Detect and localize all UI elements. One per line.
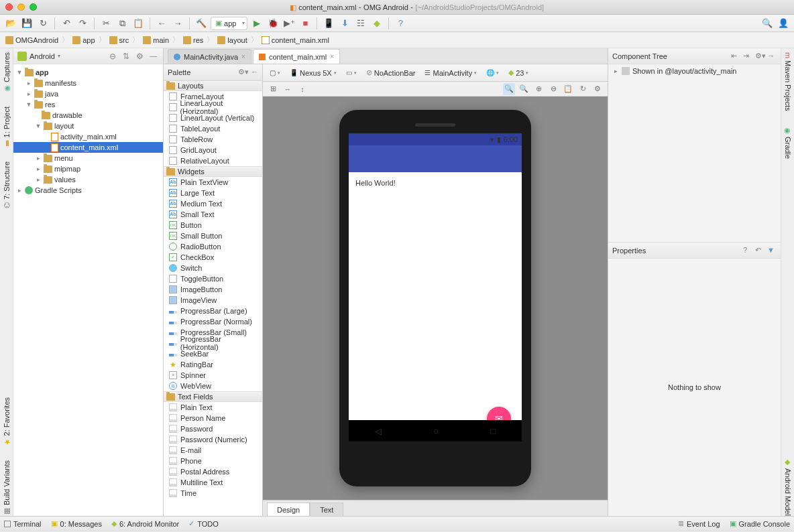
palette-item[interactable]: ImageView [164,295,262,306]
palette-item[interactable]: ✓CheckBox [164,252,262,263]
zoom-out-icon[interactable]: ⊖ [547,83,559,95]
settings-icon[interactable]: ⇅ [123,52,132,61]
user-icon[interactable]: 👤 [777,17,790,30]
build-icon[interactable]: 🔨 [194,17,208,30]
palette-cat-textfields[interactable]: Text Fields [164,391,262,402]
bc-item[interactable]: res [183,36,203,44]
palette-item[interactable]: ◍WebView [164,381,262,391]
minimize-window-button[interactable] [17,3,25,11]
hide-icon[interactable]: ← [251,68,258,76]
android-monitor-button[interactable]: ◆6: Android Monitor [111,519,179,528]
zoom-window-button[interactable] [30,3,37,11]
rail-build-variants[interactable]: ▦Build Variants [2,460,11,516]
android-icon[interactable]: ◆ [370,17,384,30]
zoom-actual-icon[interactable]: 🔍 [518,83,530,95]
debug-icon[interactable]: 🐞 [266,17,280,30]
bc-item[interactable]: app [72,36,95,44]
rail-captures[interactable]: ◉Captures [2,52,11,93]
bc-item[interactable]: content_main.xml [262,36,329,44]
palette-item[interactable]: OKSmall Button [164,230,262,241]
event-log-button[interactable]: ≣Event Log [678,519,720,528]
bc-item[interactable]: src [109,36,129,44]
palette-item[interactable]: ToggleButton [164,273,262,284]
terminal-button[interactable]: Terminal [4,520,42,528]
blueprint-icon[interactable]: ⊞ [267,83,279,95]
palette-item[interactable]: AbMedium Text [164,198,262,209]
tree-drawable[interactable]: drawable [52,111,82,119]
undo-icon[interactable]: ↶ [60,17,73,30]
rail-structure[interactable]: ⌬7: Structure [2,161,11,208]
filter-icon[interactable]: ▼ [767,246,777,255]
tab-design[interactable]: Design [267,503,310,516]
search-icon[interactable]: 🔍 [760,17,774,30]
palette-item[interactable]: ≡Spinner [164,370,262,381]
tree-content-main[interactable]: content_main.xml [60,143,118,151]
messages-button[interactable]: ▣0: Messages [51,519,102,528]
palette-item[interactable]: TableLayout [164,123,262,134]
activity-dropdown[interactable]: ☰ MainActivity▾ [422,67,479,79]
palette-item[interactable]: TableRow [164,134,262,145]
component-tree-body[interactable]: ▸ Shown in @layout/activity_main [608,64,781,243]
tree-menu[interactable]: menu [54,154,73,162]
palette-item[interactable]: Person Name [164,413,262,423]
hide-icon[interactable]: → [767,52,777,61]
palette-item[interactable]: ProgressBar (Normal) [164,316,262,327]
open-icon[interactable]: 📂 [4,17,17,30]
rail-gradle[interactable]: ◉Gradle [783,126,792,159]
run-icon[interactable]: ▶ [250,17,264,30]
palette-item[interactable]: AbSmall Text [164,209,262,220]
help-icon[interactable]: ? [743,246,752,255]
device-dropdown[interactable]: 📱 Nexus 5X▾ [287,67,339,79]
expand-icon[interactable]: ⇤ [731,52,740,61]
tree-layout[interactable]: layout [54,122,74,130]
refresh-icon[interactable]: ↻ [577,83,589,95]
project-view-select[interactable]: Android [30,52,55,60]
palette-item[interactable]: Postal Address [164,466,262,477]
close-icon[interactable]: × [330,53,334,60]
palette-item[interactable]: LinearLayout (Vertical) [164,113,262,123]
palette-item[interactable]: Time [164,488,262,498]
palette-item[interactable]: Plain Text [164,402,262,413]
palette-item[interactable]: OKButton [164,220,262,230]
palette-item[interactable]: ProgressBar (Large) [164,306,262,316]
api-dropdown[interactable]: ◆23▾ [506,67,531,79]
run-config-dropdown[interactable]: ▣ app [211,17,247,30]
palette-item[interactable]: Password [164,423,262,434]
attach-icon[interactable]: ▶⁺ [282,17,296,30]
palette-item[interactable]: GridLayout [164,145,262,155]
palette-item[interactable]: ImageButton [164,284,262,295]
palette-item[interactable]: Switch [164,263,262,273]
orientation-dropdown[interactable]: ▢▾ [267,67,283,79]
device-screen[interactable]: ▾ ▮ 6:00 Hello World! ✉ ◁ ○ [349,133,522,442]
palette-item[interactable]: RadioButton [164,241,262,252]
shown-in-row[interactable]: ▸ Shown in @layout/activity_main [612,67,777,75]
palette-item[interactable]: Multiline Text [164,477,262,488]
palette-item[interactable]: AbPlain TextView [164,177,262,188]
locale-dropdown[interactable]: 🌐▾ [484,67,502,79]
gear-icon[interactable]: ⚙ [136,52,146,61]
tree-values[interactable]: values [54,176,76,184]
tree-gradle[interactable]: Gradle Scripts [35,186,82,194]
palette-item[interactable]: LinearLayout (Horizontal) [164,102,262,113]
bc-item[interactable]: main [143,36,169,44]
gradle-console-button[interactable]: ▣Gradle Console [730,519,790,528]
palette-item[interactable]: ★RatingBar [164,359,262,370]
expand-h-icon[interactable]: ↔ [282,83,294,95]
help-icon[interactable]: ? [394,17,407,30]
content-area[interactable]: Hello World! [349,172,522,194]
sdk-icon[interactable]: ⬇ [338,17,351,30]
tree-manifests[interactable]: manifests [45,79,76,87]
tab-text[interactable]: Text [310,503,343,516]
project-tree[interactable]: ▼app ▸manifests ▸java ▼res drawable ▼lay… [13,64,163,516]
rail-android-model[interactable]: ◆Android Model [783,458,792,516]
zoom-fit-icon[interactable]: 🔍 [503,83,515,95]
forward-icon[interactable]: → [171,17,184,30]
palette-item[interactable]: E-mail [164,445,262,456]
palette-list[interactable]: Layouts FrameLayout LinearLayout (Horizo… [164,80,262,516]
tree-activity-main[interactable]: activity_main.xml [60,133,117,141]
collapse-icon[interactable]: ⇥ [743,52,752,61]
cut-icon[interactable]: ✂ [99,17,113,30]
bc-item[interactable]: OMGAndroid [5,36,58,44]
redo-icon[interactable]: ↷ [76,17,89,30]
rail-maven[interactable]: mMaven Projects [784,52,792,111]
